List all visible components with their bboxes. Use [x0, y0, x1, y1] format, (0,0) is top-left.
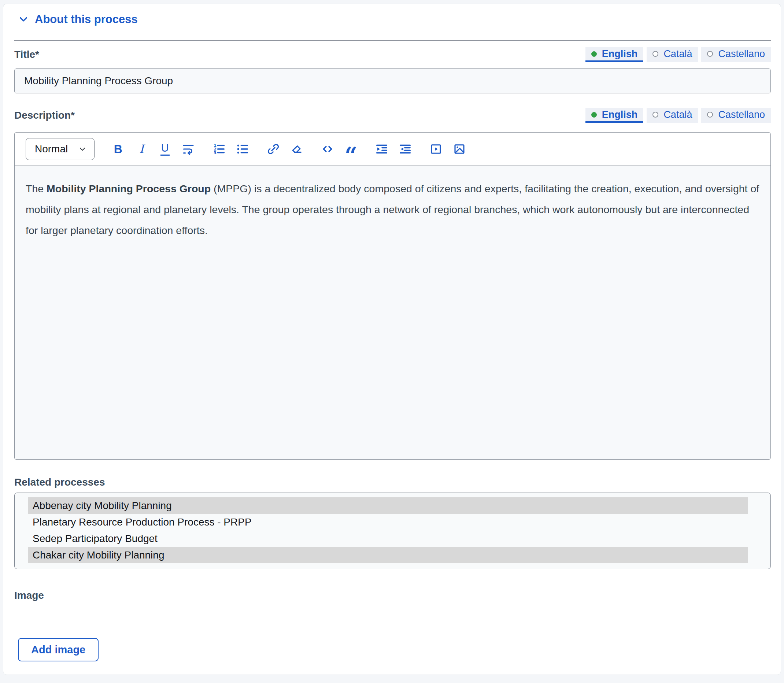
active-language-dot-icon [591, 51, 597, 57]
related-processes-label: Related processes [14, 476, 771, 488]
language-tabs-title: English Català Castellano [585, 47, 771, 62]
bullet-list-icon [236, 143, 249, 156]
lang-tab-label: Català [664, 109, 692, 120]
video-button[interactable] [429, 140, 443, 158]
svg-text:3: 3 [214, 151, 217, 155]
toolbar-group-blocks: “ [320, 140, 358, 158]
indent-icon [375, 143, 388, 156]
paragraph-style-dropdown[interactable]: Normal [26, 138, 95, 160]
bullet-list-button[interactable] [235, 140, 250, 158]
outdent-icon [398, 143, 412, 156]
image-label: Image [14, 590, 771, 601]
text-wrap-button[interactable] [181, 140, 196, 158]
lang-tab-label: Castellano [718, 109, 765, 120]
listbox-option[interactable]: Abbenay city Mobility Planning [28, 497, 748, 514]
lang-tab-english[interactable]: English [585, 108, 644, 123]
bold-icon: B [114, 143, 122, 156]
clear-format-button[interactable] [289, 140, 304, 158]
code-icon [321, 143, 334, 156]
divider [14, 40, 771, 41]
toolbar-group-indent [374, 140, 413, 158]
lang-tab-castellano[interactable]: Castellano [701, 108, 771, 123]
ordered-list-icon: 1 2 3 [212, 143, 226, 156]
title-input[interactable] [14, 69, 771, 93]
title-label: Title* [14, 49, 39, 62]
chevron-down-icon [78, 145, 87, 154]
description-label: Description* [14, 109, 75, 123]
toolbar-group-link [266, 140, 304, 158]
related-processes-listbox: Abbenay city Mobility Planning Planetary… [14, 492, 771, 569]
lang-tab-label: English [602, 48, 638, 60]
lang-tab-label: Català [664, 48, 692, 60]
radio-circle-icon [652, 112, 658, 117]
title-field-head: Title* English Català Castellano [14, 47, 771, 62]
section-title: About this process [35, 13, 138, 26]
listbox-option[interactable]: Chakar city Mobility Planning [28, 547, 748, 563]
lang-tab-label: English [602, 109, 638, 120]
italic-button[interactable]: I [134, 140, 149, 158]
link-button[interactable] [266, 140, 281, 158]
listbox-option[interactable]: Sedep Participatory Budget [28, 530, 748, 547]
italic-icon: I [139, 142, 144, 156]
add-image-button[interactable]: Add image [18, 638, 98, 661]
lang-tab-english[interactable]: English [585, 47, 644, 62]
eraser-icon [290, 143, 303, 156]
about-process-card: About this process Title* English Català… [3, 4, 781, 675]
lang-tab-catala[interactable]: Català [647, 108, 698, 123]
radio-circle-icon [652, 51, 658, 57]
description-editor-content[interactable]: The Mobility Planning Process Group (MPP… [14, 165, 770, 459]
toolbar-group-lists: 1 2 3 [212, 140, 250, 158]
image-button[interactable] [452, 140, 467, 158]
editor-toolbar: Normal B I U 1 [14, 133, 770, 165]
description-paragraph: The Mobility Planning Process Group (MPP… [26, 178, 760, 241]
description-field-head: Description* English Català Castellano [14, 108, 771, 123]
underline-button[interactable]: U [157, 140, 172, 158]
listbox-option[interactable]: Planetary Resource Production Process - … [28, 514, 748, 530]
radio-circle-icon [707, 112, 713, 117]
image-icon [453, 143, 466, 156]
video-icon [429, 143, 443, 156]
language-tabs-description: English Català Castellano [585, 108, 771, 123]
underline-icon: U [161, 143, 170, 156]
code-button[interactable] [320, 140, 335, 158]
text-wrap-icon [182, 143, 195, 156]
outdent-button[interactable] [398, 140, 413, 158]
lang-tab-label: Castellano [718, 48, 765, 60]
toolbar-group-media [429, 140, 467, 158]
toolbar-group-text-format: B I U [111, 140, 196, 158]
paragraph-style-value: Normal [35, 143, 68, 155]
indent-button[interactable] [374, 140, 389, 158]
bold-button[interactable]: B [111, 140, 125, 158]
active-language-dot-icon [591, 112, 597, 117]
blockquote-button[interactable]: “ [344, 140, 358, 158]
radio-circle-icon [707, 51, 713, 57]
lang-tab-castellano[interactable]: Castellano [701, 47, 771, 62]
rich-text-editor: Normal B I U 1 [14, 132, 771, 460]
lang-tab-catala[interactable]: Català [647, 47, 698, 62]
link-icon [267, 143, 280, 156]
accordion-about-this-process[interactable]: About this process [18, 13, 138, 26]
ordered-list-button[interactable]: 1 2 3 [212, 140, 227, 158]
chevron-down-icon [18, 14, 29, 25]
